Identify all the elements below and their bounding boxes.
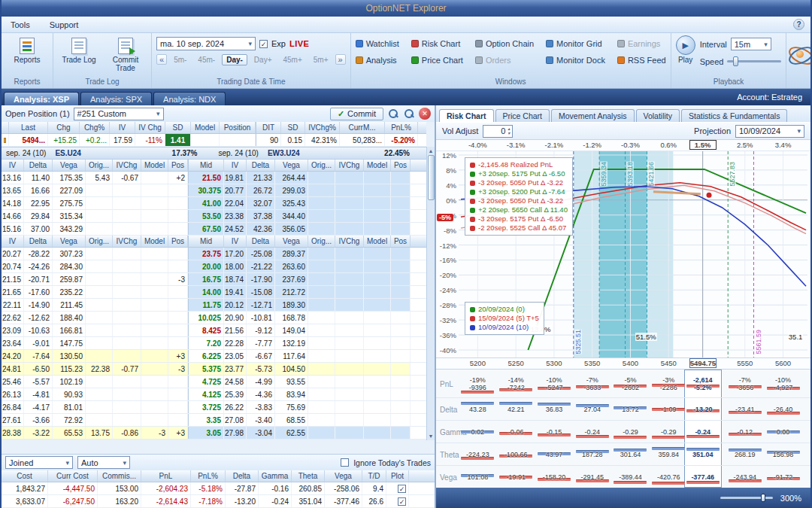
cell (86, 401, 113, 413)
window-toggle-3[interactable]: Monitor Grid (546, 39, 605, 48)
greek-cell: -5%-2602 (611, 370, 649, 397)
nav-forward-icon[interactable]: » (335, 54, 346, 65)
legend-entry-4-icon (470, 199, 475, 204)
analysis-tab-4[interactable]: Statistics & Fundamentals (681, 109, 787, 122)
exp-checkbox[interactable]: ✓ (259, 40, 268, 48)
time-step-button-4[interactable]: 45m+ (278, 54, 306, 65)
menu-item-1[interactable]: Support (47, 19, 82, 31)
table-row[interactable]: 3,633.07-6,247.50163.20-2,614.43-7.18%-1… (2, 495, 435, 508)
cell: 41.00 (188, 197, 224, 209)
cell (364, 299, 391, 311)
analysis-tab-2[interactable]: Movement Analysis (551, 109, 634, 122)
trade-log-button[interactable]: Trade Log (58, 35, 100, 66)
analysis-tab-1[interactable]: Price Chart (495, 109, 550, 122)
cell (168, 388, 188, 400)
table-row[interactable]: 14.1822.95275.7541.0022.0432.07325.43 (2, 197, 426, 210)
cell: 20.90 (224, 312, 247, 324)
window-toggle-4[interactable]: Earnings (617, 39, 666, 48)
document-tab-1[interactable]: Analysis: SPX (80, 92, 152, 105)
document-tab-2[interactable]: Analysis: NDX (153, 92, 226, 105)
ignore-trades-checkbox[interactable]: ✓ (341, 458, 349, 467)
cell (141, 197, 168, 209)
greek-value: 43.97 (535, 450, 573, 458)
greek-bar (652, 436, 685, 439)
time-step-button-0[interactable]: 5m- (169, 54, 191, 65)
time-step-button-2[interactable]: Day- (222, 54, 247, 65)
table-row[interactable]: 24.20-7.64130.50+36.22523.05-6.67117.64 (2, 350, 426, 363)
position-selector[interactable]: #251 Custom▾ (74, 108, 164, 120)
table-row[interactable]: 13.6516.66227.0930.37520.7726.72299.03 (2, 184, 426, 197)
plot-checkbox[interactable]: ✓ (398, 497, 406, 506)
window-toggle-9[interactable]: RSS Feed (617, 56, 666, 65)
projection-date-picker[interactable]: 10/09/2024▾ (735, 125, 804, 138)
zoom-in-icon[interactable] (387, 108, 399, 120)
window-toggle-0[interactable]: Watchlist (356, 39, 399, 48)
table-row[interactable]: 1,843.27-4,447.50153.00-2,604.23-5.18%-2… (2, 482, 435, 495)
vol-adjust-input[interactable]: 0 ▴▾ (483, 125, 513, 138)
table-row[interactable]: 24.81-6.50115.2322.38-0.77-35.37523.77-5… (2, 363, 426, 376)
table-row[interactable]: 27.61-3.6672.923.3527.08-3.4068.55 (2, 414, 426, 427)
move-percent-label: -1.2% (579, 141, 606, 149)
table-row[interactable]: 25.46-5.57102.194.72524.58-4.9993.55 (2, 376, 426, 388)
chevron-down-icon: ▾ (797, 127, 801, 135)
table-row[interactable]: 22.62-12.62188.4010.02520.90-10.81168.78 (2, 312, 426, 324)
nav-back-icon[interactable]: « (156, 54, 167, 65)
column-header: Pos (168, 160, 188, 171)
trading-date-input[interactable]: ma. 10 sep. 2024▾ (156, 37, 256, 50)
time-step-button-1[interactable]: 45m- (193, 54, 220, 65)
chart-plot-area[interactable]: -2,145.48 Realized PnL+3 20sep. 5175 Put… (436, 151, 810, 357)
window-toggle-6[interactable]: Price Chart (411, 56, 463, 65)
play-button[interactable] (676, 35, 695, 55)
commit-trade-button[interactable]: Commit Trade (105, 35, 147, 75)
scroll-down-icon[interactable]: ▼ (429, 432, 434, 440)
scrollbar-thumb[interactable] (428, 155, 435, 200)
pricing-mode-select[interactable]: Auto▾ (77, 456, 130, 469)
column-header: Delta (226, 470, 259, 482)
document-tab-0[interactable]: Analysis: XSP (4, 92, 79, 105)
window-toggle-7[interactable]: Orders (475, 56, 534, 65)
analysis-tab-3[interactable]: Volatility (636, 109, 680, 122)
help-icon[interactable]: ? (793, 19, 804, 30)
analysis-tab-0[interactable]: Risk Chart (439, 109, 494, 122)
zoom-out-icon[interactable] (403, 108, 415, 120)
table-row[interactable]: 22.11-14.90211.4511.7520.12-12.71189.30 (2, 299, 426, 312)
time-step-button-5[interactable]: 5m+ (309, 54, 333, 65)
close-position-icon[interactable]: ✕ (419, 108, 431, 120)
table-row[interactable]: 21.65-17.60235.2214.0019.41-15.08212.72 (2, 286, 426, 299)
plot-checkbox[interactable]: ✓ (398, 485, 406, 493)
greek-value: -420.76 (650, 473, 687, 481)
speed-slider-thumb[interactable] (733, 56, 738, 66)
cell (364, 350, 391, 362)
table-row[interactable]: 26.13-4.8190.934.12525.39-4.3683.94 (2, 388, 426, 401)
calendar-dropdown-icon[interactable]: ▾ (248, 40, 252, 47)
table-row[interactable]: 15.1637.00343.2967.5024.5242.36356.05 (2, 223, 426, 236)
table-row[interactable]: 23.64-9.01147.757.2022.28-7.77132.19 (2, 337, 426, 350)
table-row[interactable]: 21.15-20.71259.87-316.7518.74-17.90237.6… (2, 273, 426, 286)
table-row[interactable]: 20.74-24.26284.3020.0018.00-21.22263.60 (2, 260, 426, 273)
table-row[interactable]: 28.38-3.2265.5313.75-0.86-3+33.0527.98-3… (2, 427, 426, 440)
interval-select[interactable]: 15m▾ (731, 38, 771, 50)
table-row[interactable]: 5494...+15.25+0.2...17.59-11%1.41900.154… (2, 134, 426, 147)
time-step-button-3[interactable]: Day+ (250, 54, 277, 65)
zoom-slider[interactable] (720, 497, 773, 499)
table-row[interactable]: 13.1611.40175.355.43-0.67+221.5019.8121.… (2, 172, 426, 184)
window-toggle-1[interactable]: Risk Chart (411, 39, 463, 48)
window-toggle-5-icon (356, 56, 363, 64)
table-row[interactable]: 14.6629.84315.3453.5023.3837.38344.40 (2, 210, 426, 223)
speed-slider[interactable] (727, 60, 781, 62)
table-row[interactable]: 20.27-28.22307.2323.7517.20-25.08289.37 (2, 248, 426, 260)
window-toggle-5[interactable]: Analysis (356, 56, 399, 65)
spinner-arrows-icon[interactable]: ▴▾ (508, 126, 510, 135)
table-row[interactable]: 23.09-10.63166.818.42521.56-9.12149.04 (2, 324, 426, 337)
window-toggle-8[interactable]: Monitor Dock (546, 56, 605, 65)
view-mode-select[interactable]: Joined▾ (5, 456, 73, 469)
reports-button[interactable]: Reports (6, 35, 48, 66)
menu-item-0[interactable]: Tools (8, 19, 33, 31)
window-toggle-2[interactable]: Option Chain (475, 39, 534, 48)
scroll-up-icon[interactable]: ▲ (429, 147, 434, 155)
table-row[interactable]: 26.84-4.1781.013.72526.22-3.8375.69 (2, 401, 426, 414)
vertical-scrollbar[interactable]: ▲ ▼ (426, 147, 435, 440)
zoom-slider-thumb[interactable] (761, 494, 765, 502)
cell: 8.425 (188, 324, 224, 336)
commit-button[interactable]: ✓ Commit (330, 108, 383, 120)
